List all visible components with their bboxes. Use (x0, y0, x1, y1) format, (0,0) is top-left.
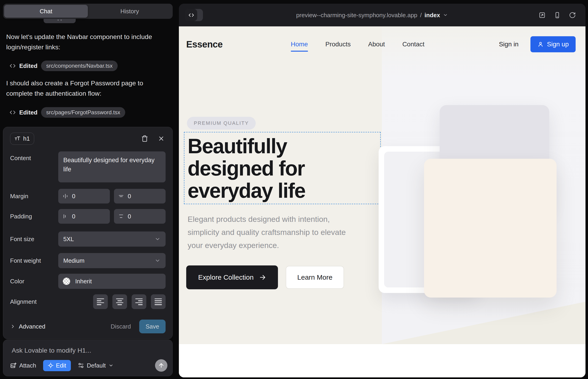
url-page: index (424, 12, 440, 19)
user-icon (537, 41, 544, 47)
sidebar-tabbar: Chat History (3, 4, 173, 19)
element-tag-label: h1 (23, 135, 30, 142)
mobile-preview-button[interactable] (554, 12, 561, 19)
selected-element-badge[interactable]: h1 (10, 133, 34, 145)
open-external-button[interactable] (539, 12, 546, 19)
attach-button[interactable]: Attach (10, 362, 36, 369)
learn-more-button[interactable]: Learn More (286, 266, 344, 289)
close-panel-button[interactable] (157, 134, 166, 143)
align-center-icon (116, 299, 123, 305)
margin-y-input[interactable]: 0 (114, 189, 166, 204)
padding-x-input[interactable]: 0 (58, 209, 110, 224)
premium-quality-badge: PREMIUM QUALITY (187, 117, 256, 130)
code-view-button[interactable] (185, 9, 197, 21)
external-link-icon (539, 12, 546, 19)
hero-card-cream (424, 159, 557, 298)
discard-button[interactable]: Discard (111, 323, 131, 330)
color-label: Color (10, 278, 58, 285)
font-size-label: Font size (10, 236, 58, 243)
hero-paragraph: Elegant products designed with intention… (187, 213, 348, 252)
url-breadcrumb[interactable]: preview--charming-site-symphony.lovable.… (296, 12, 448, 19)
padding-horizontal-icon (62, 213, 68, 219)
attach-image-icon (10, 362, 16, 369)
nav-link-contact[interactable]: Contact (402, 41, 424, 48)
mode-select[interactable]: Default (78, 362, 113, 369)
align-justify-icon (155, 299, 162, 305)
padding-vertical-icon (118, 213, 124, 219)
url-host: preview--charming-site-symphony.lovable.… (296, 12, 417, 19)
sign-in-link[interactable]: Sign in (499, 41, 519, 48)
file-edit-row: Edited src/pages/ForgotPassword.tsx (10, 107, 125, 118)
chat-sidebar: Chat History Now let's update the Navbar… (0, 0, 178, 379)
delete-element-button[interactable] (140, 134, 149, 143)
target-icon (48, 363, 54, 368)
chevron-down-icon (155, 236, 160, 242)
nav-link-products[interactable]: Products (325, 41, 351, 48)
close-icon (158, 135, 165, 142)
file-edit-row: Edited src/components/Navbar.tsx (10, 60, 118, 72)
arrow-right-icon (259, 274, 266, 281)
code-icon (188, 12, 194, 18)
send-button[interactable] (155, 359, 167, 372)
align-center-button[interactable] (112, 294, 127, 309)
align-left-icon (97, 299, 104, 305)
explore-collection-button[interactable]: Explore Collection (186, 266, 278, 289)
align-right-icon (135, 299, 143, 305)
color-picker[interactable]: Inherit (58, 274, 166, 289)
sign-up-button[interactable]: Sign up (530, 36, 576, 52)
arrow-up-icon (158, 362, 164, 369)
chevron-down-icon (108, 363, 113, 368)
file-path-chip[interactable]: src/pages/ForgotPassword.tsx (41, 107, 125, 118)
margin-label: Margin (10, 193, 58, 200)
edit-action-label: Edited (19, 63, 37, 69)
trash-icon (141, 135, 148, 142)
composer-placeholder: Ask Lovable to modify H1... (12, 347, 91, 354)
margin-horizontal-icon (62, 193, 68, 199)
file-path-chip[interactable]: src/components/Navbar.tsx (41, 61, 117, 71)
content-label: Content (10, 151, 58, 162)
site-navbar: Essence Home Products About Contact Sign… (179, 26, 586, 62)
content-input[interactable]: Beautifully designed for everyday life (58, 151, 166, 182)
save-button[interactable]: Save (139, 320, 166, 333)
tab-chat[interactable]: Chat (4, 5, 88, 18)
code-icon (10, 63, 15, 69)
site-logo[interactable]: Essence (186, 39, 223, 49)
align-right-button[interactable] (132, 294, 146, 309)
tab-history[interactable]: History (88, 5, 171, 18)
edit-mode-button[interactable]: Edit (43, 360, 71, 371)
element-editor-panel: h1 Content Beautifully designed for ever… (3, 127, 173, 339)
nav-link-about[interactable]: About (368, 41, 385, 48)
composer-input[interactable]: Ask Lovable to modify H1... Attach Edit … (3, 340, 173, 376)
transparency-swatch-icon (63, 278, 70, 285)
scrolled-message-remnant (44, 19, 76, 23)
padding-label: Padding (10, 213, 58, 220)
align-left-button[interactable] (93, 294, 108, 309)
type-icon (15, 136, 20, 142)
edit-action-label: Edited (19, 109, 37, 116)
align-justify-button[interactable] (151, 294, 166, 309)
smartphone-icon (554, 12, 561, 19)
hero-heading[interactable]: Beautifully designed for everyday life (187, 135, 305, 202)
padding-y-input[interactable]: 0 (114, 209, 166, 224)
chevron-right-icon (10, 324, 15, 329)
margin-vertical-icon (118, 193, 124, 199)
view-mode-toggle[interactable] (185, 9, 203, 21)
code-icon (10, 110, 15, 115)
advanced-toggle[interactable]: Advanced (10, 323, 46, 330)
refresh-button[interactable] (569, 12, 576, 19)
preview-window: preview--charming-site-symphony.lovable.… (179, 4, 586, 377)
nav-link-home[interactable]: Home (291, 41, 308, 48)
preview-chrome-bar: preview--charming-site-symphony.lovable.… (179, 4, 586, 26)
font-weight-label: Font weight (10, 257, 58, 264)
active-nav-underline (291, 51, 308, 52)
assistant-message: Now let's update the Navbar component to… (6, 32, 153, 52)
margin-x-input[interactable]: 0 (58, 189, 110, 204)
refresh-icon (569, 12, 576, 19)
section-below-hero (179, 344, 586, 377)
alignment-label: Alignment (10, 298, 58, 305)
font-weight-select[interactable]: Medium (58, 253, 166, 268)
chevron-down-icon (443, 13, 448, 18)
sliders-icon (78, 362, 84, 369)
chevron-down-icon (155, 258, 160, 264)
font-size-select[interactable]: 5XL (58, 232, 166, 247)
